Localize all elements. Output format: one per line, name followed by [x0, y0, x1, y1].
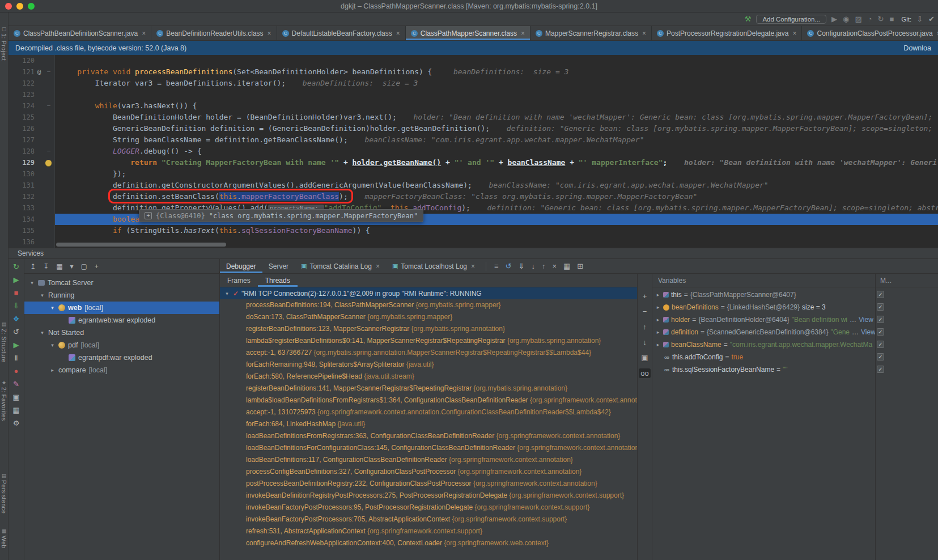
- line-number[interactable]: 128: [9, 146, 35, 157]
- services-tree-item[interactable]: ▸compare [local]: [24, 364, 219, 376]
- view-link[interactable]: View: [859, 316, 873, 324]
- line-number[interactable]: 124: [9, 100, 35, 112]
- log-tab[interactable]: ▣Tomcat Catalina Log×: [295, 259, 386, 273]
- services-tree-item[interactable]: egrantpdf:war exploded: [24, 351, 219, 364]
- code-line[interactable]: private void processBeanDefinitions(Set<…: [55, 66, 938, 78]
- filter-icon[interactable]: ▾: [70, 262, 73, 270]
- fold-marker-icon[interactable]: [44, 168, 54, 180]
- stack-frame-row[interactable]: processConfigBeanDefinitions:327, Config…: [220, 466, 637, 478]
- stack-frame-row[interactable]: loadBeanDefinitionsForConfigurationClass…: [220, 442, 637, 454]
- line-number[interactable]: 121: [9, 66, 35, 78]
- horizontal-scrollbar[interactable]: [56, 243, 226, 247]
- remove-watch-icon[interactable]: −: [643, 307, 647, 316]
- line-number[interactable]: 125: [9, 112, 35, 123]
- layout-icon[interactable]: ▦: [12, 406, 19, 414]
- close-tab-icon[interactable]: ×: [268, 29, 271, 37]
- code-line[interactable]: [55, 55, 938, 66]
- editor-tab[interactable]: CConfigurationClassPostProcessor.java×: [802, 26, 938, 40]
- variable-row[interactable]: ▸this = {ClassPathMapperScanner@6407}: [652, 289, 875, 301]
- fold-marker-icon[interactable]: [44, 112, 54, 123]
- services-icon[interactable]: ❖: [13, 315, 20, 323]
- services-tree-item[interactable]: egrantweb:war exploded: [24, 314, 219, 326]
- line-number[interactable]: 129: [9, 157, 35, 168]
- editor-tab[interactable]: CDefaultListableBeanFactory.class×: [277, 26, 406, 40]
- close-tab-icon[interactable]: ×: [642, 29, 646, 37]
- pause-icon[interactable]: Ⅱ: [14, 354, 18, 362]
- stack-frame-row[interactable]: lambda$registerBeanDefinitions$0:141, Ma…: [220, 335, 637, 347]
- stack-frame-row[interactable]: invokeBeanFactoryPostProcessors:705, Abs…: [220, 514, 637, 525]
- code-line[interactable]: BeanDefinitionHolder holder = (BeanDefin…: [55, 112, 938, 123]
- fold-marker-icon[interactable]: [44, 89, 54, 100]
- enabled-checkbox[interactable]: ✓: [877, 353, 884, 360]
- add-service-icon[interactable]: +: [95, 262, 99, 270]
- scroll-down-icon[interactable]: ⇓: [519, 262, 525, 270]
- enabled-checkbox[interactable]: ✓: [877, 316, 884, 323]
- line-number[interactable]: 131: [9, 180, 35, 191]
- tree-chevron-icon[interactable]: ▾: [39, 330, 45, 336]
- toolwindow-web[interactable]: ▦Web: [0, 528, 8, 549]
- tab-frames[interactable]: Frames: [220, 274, 258, 287]
- resume-icon[interactable]: ▶: [14, 341, 19, 349]
- tree-chevron-icon[interactable]: ▾: [49, 305, 56, 311]
- thread-chevron-icon[interactable]: ▾: [224, 291, 230, 296]
- rerun-icon[interactable]: ↻: [878, 15, 884, 23]
- fold-marker-icon[interactable]: [44, 236, 54, 248]
- fold-marker-icon[interactable]: [44, 123, 54, 134]
- line-number[interactable]: 132: [9, 191, 35, 202]
- variable-row[interactable]: ▸holder = {BeanDefinitionHolder@6404} "B…: [652, 313, 875, 326]
- fold-marker-icon[interactable]: [44, 134, 54, 146]
- download-sources-link[interactable]: Downloa: [903, 44, 931, 52]
- restore-layout-icon[interactable]: ↺: [506, 262, 512, 270]
- stack-frame-row[interactable]: accept:-1, 637366727 {org.mybatis.spring…: [220, 347, 637, 359]
- fold-marker-icon[interactable]: −: [44, 66, 54, 78]
- enabled-checkbox[interactable]: ✓: [877, 328, 884, 336]
- enabled-checkbox[interactable]: ✓: [877, 291, 884, 298]
- commit-icon[interactable]: ✔: [928, 15, 935, 23]
- code-line[interactable]: definition.setBeanClass(this.mapperFacto…: [55, 191, 938, 202]
- add-configuration-button[interactable]: Add Configuration...: [756, 15, 826, 24]
- close-tab-icon[interactable]: ×: [142, 29, 146, 37]
- debug-icon[interactable]: ◉: [843, 15, 849, 23]
- stop-server-icon[interactable]: ■: [14, 289, 19, 297]
- stack-frame-row[interactable]: lambda$loadBeanDefinitionsFromRegistrars…: [220, 394, 637, 406]
- copy-value-icon[interactable]: ▣: [641, 353, 648, 362]
- stack-frame-row[interactable]: postProcessBeanDefinitionRegistry:232, C…: [220, 478, 637, 490]
- layout-settings-icon[interactable]: ≡: [494, 262, 499, 270]
- stack-frame-row[interactable]: registerBeanDefinitions:141, MapperScann…: [220, 383, 637, 394]
- update-project-icon[interactable]: ⇩: [916, 15, 923, 23]
- enabled-checkbox[interactable]: ✓: [877, 366, 884, 373]
- intention-bulb-icon[interactable]: [45, 160, 52, 166]
- stack-frame-row[interactable]: invokeBeanFactoryPostProcessors:95, Post…: [220, 502, 637, 514]
- code-editor[interactable]: 120121@− private void processBeanDefinit…: [9, 55, 938, 248]
- toolwindow-persistence[interactable]: ▤Persistence: [0, 473, 8, 514]
- close-tab-icon[interactable]: ×: [471, 262, 475, 270]
- thread-row[interactable]: ▾✓"RMI TCP Connection(2)-127.0.0.1"@2,00…: [220, 287, 637, 299]
- export-icon[interactable]: ↑: [542, 262, 546, 270]
- add-panel-icon[interactable]: ⊞: [577, 262, 583, 270]
- services-tree-item[interactable]: ▾pdf [local]: [24, 339, 219, 351]
- view-link[interactable]: View: [861, 328, 875, 336]
- line-number[interactable]: 126: [9, 123, 35, 134]
- expand-chevron-icon[interactable]: ▸: [655, 317, 661, 323]
- fold-marker-icon[interactable]: −: [44, 146, 54, 157]
- expand-chevron-icon[interactable]: ▸: [655, 342, 661, 347]
- editor-tab[interactable]: CPostProcessorRegistrationDelegate.java×: [652, 26, 802, 40]
- fold-marker-icon[interactable]: −: [44, 100, 54, 112]
- tree-chevron-icon[interactable]: ▸: [49, 367, 56, 373]
- code-line[interactable]: return "Creating MapperFactoryBean with …: [55, 157, 938, 168]
- run-icon[interactable]: ▶: [831, 15, 837, 23]
- log-tab[interactable]: ▣Tomcat Localhost Log×: [386, 259, 481, 273]
- collapse-all-icon[interactable]: ↥: [30, 262, 36, 270]
- code-line[interactable]: LOGGER.debug(() -> {: [55, 146, 938, 157]
- line-number[interactable]: 133: [9, 202, 35, 214]
- editor-tab[interactable]: CMapperScannerRegistrar.class×: [530, 26, 652, 40]
- code-line[interactable]: GenericBeanDefinition definition = (Gene…: [55, 123, 938, 134]
- variable-row[interactable]: ▸definition = {ScannedGenericBeanDefinit…: [652, 326, 875, 338]
- stop-process-icon[interactable]: ●: [14, 367, 19, 375]
- code-line[interactable]: [55, 89, 938, 100]
- move-watch-up-icon[interactable]: ↑: [643, 323, 647, 331]
- expand-chevron-icon[interactable]: ▸: [655, 304, 661, 310]
- profiler-icon[interactable]: ◔: [868, 15, 872, 23]
- line-number[interactable]: 135: [9, 225, 35, 236]
- services-tree-item[interactable]: ▾web [local]: [24, 302, 219, 314]
